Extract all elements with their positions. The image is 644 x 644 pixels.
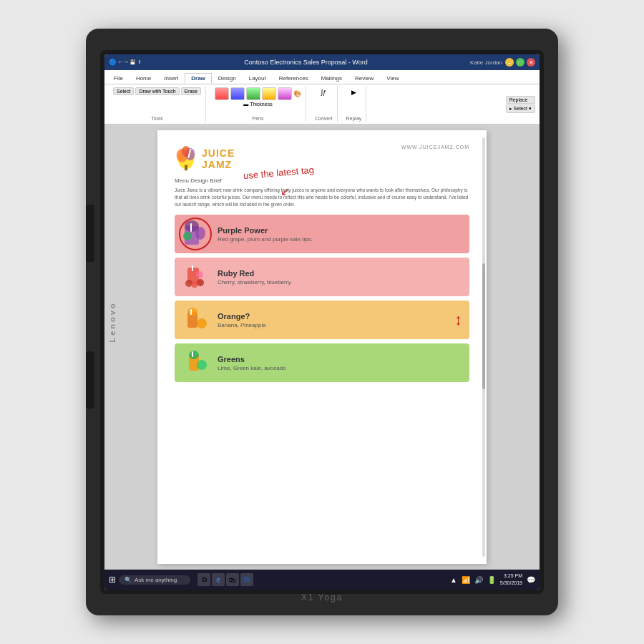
taskbar-app-store[interactable]: 🛍 — [226, 573, 239, 586]
purple-title: Purple Power — [218, 226, 462, 235]
replay-icon: ▶ — [350, 87, 358, 97]
purple-icon — [182, 220, 209, 248]
svg-point-22 — [189, 351, 199, 359]
greens-icon — [182, 349, 209, 376]
taskbar-network-icon[interactable]: 📶 — [462, 576, 470, 584]
tab-references[interactable]: References — [273, 73, 315, 84]
greens-desc: Lime, Green kale, avocado — [218, 365, 462, 371]
minimize-btn[interactable]: – — [505, 58, 514, 67]
svg-rect-9 — [190, 223, 192, 232]
orange-text: Orange? Banana, Pineapple — [218, 312, 446, 328]
svg-rect-20 — [190, 309, 192, 315]
tab-layout[interactable]: Layout — [243, 73, 273, 84]
taskbar-app-view[interactable]: ⧉ — [197, 573, 210, 586]
taskbar-up-icon[interactable]: ▲ — [450, 576, 457, 584]
hinge-top — [86, 205, 94, 262]
close-btn[interactable]: ✕ — [527, 58, 535, 67]
ribbon-group-replay: ▶ Replay — [342, 86, 367, 122]
ribbon-group-tools: Select Draw with Touch Erase Tools — [109, 86, 206, 122]
annotation-arrow: ↙ — [280, 185, 290, 198]
convert-icon: ∫ƒ — [320, 87, 328, 97]
clock-time: 3:25 PM — [500, 572, 522, 580]
svg-point-14 — [197, 279, 204, 286]
tab-review[interactable]: Review — [348, 73, 380, 84]
replace-btn[interactable]: Replace — [506, 96, 535, 104]
logo-jamz: JAMZ — [202, 159, 235, 170]
website-url: WWW.JUICEJAMZ.COM — [401, 145, 469, 150]
taskbar-apps: ⧉ e 🛍 W — [197, 573, 253, 586]
logo-text-block: JUICE JAMZ — [202, 147, 235, 170]
tab-design[interactable]: Design — [212, 73, 243, 84]
menu-item-purple: Purple Power Red grape, plum and purple … — [175, 215, 469, 253]
tab-mailings[interactable]: Mailings — [315, 73, 348, 84]
taskbar-battery-icon[interactable]: 🔋 — [487, 576, 496, 584]
draw-btn[interactable]: Draw with Touch — [135, 87, 179, 95]
search-box[interactable]: 🔍 Ask me anything — [119, 575, 190, 585]
menu-item-orange: Orange? Banana, Pineapple ↕ — [175, 301, 469, 339]
svg-point-18 — [187, 308, 197, 316]
tab-view[interactable]: View — [380, 73, 405, 84]
pen-red[interactable] — [215, 87, 229, 100]
window-title: Contoso Electronics Sales Proposal - Wor… — [142, 59, 470, 66]
svg-point-8 — [183, 232, 192, 240]
pen-green[interactable] — [246, 87, 260, 100]
erase-btn[interactable]: Erase — [181, 87, 201, 95]
tab-home[interactable]: Home — [130, 73, 157, 84]
ruby-text: Ruby Red Cherry, strawberry, blueberry. — [218, 269, 462, 286]
color-picker[interactable]: 🎨 — [293, 90, 301, 97]
svg-rect-15 — [192, 265, 193, 271]
taskbar-app-word[interactable]: W — [240, 573, 253, 586]
menu-item-greens: Greens Lime, Green kale, avocado — [175, 343, 469, 382]
brand-label: Lenovo — [108, 301, 117, 342]
taskbar-notification-icon[interactable]: 💬 — [527, 576, 535, 584]
taskbar-system-icons: ▲ 📶 🔊 🔋 3:25 PM 5/30/2019 💬 — [450, 572, 535, 587]
taskbar-app-edge[interactable]: e — [212, 573, 225, 586]
svg-point-10 — [195, 227, 205, 240]
orange-icon — [182, 306, 209, 333]
document-area[interactable]: JUICE JAMZ WWW.JUICEJAMZ.COM use the lat… — [104, 125, 540, 570]
svg-rect-24 — [192, 351, 193, 357]
red-arrow-annotation: ↕ — [454, 311, 462, 329]
hinge-bottom — [86, 351, 94, 409]
tab-insert[interactable]: Insert — [157, 73, 185, 84]
clock-date: 5/30/2019 — [500, 580, 522, 587]
svg-rect-4 — [185, 165, 187, 171]
svg-point-23 — [197, 360, 207, 370]
greens-text: Greens Lime, Green kale, avocado — [218, 355, 462, 371]
scrollbar-thumb[interactable] — [482, 263, 485, 389]
ribbon-content: Select Draw with Touch Erase Tools — [104, 84, 540, 124]
ribbon-group-pens: 🎨 ▬ Thickness Pens — [210, 86, 306, 122]
taskbar-volume-icon[interactable]: 🔊 — [474, 576, 483, 584]
tab-draw[interactable]: Draw — [185, 73, 212, 84]
orange-title: Orange? — [218, 312, 446, 321]
title-bar: 🔵 ↩ ↪ 💾 ⬆ Contoso Electronics Sales Prop… — [104, 54, 540, 70]
ruby-title: Ruby Red — [218, 269, 462, 278]
pen-blue[interactable] — [230, 87, 245, 100]
purple-text: Purple Power Red grape, plum and purple … — [218, 226, 462, 243]
pen-purple[interactable] — [278, 87, 292, 100]
greens-title: Greens — [218, 355, 462, 364]
group-label-replay: Replay — [346, 116, 362, 121]
svg-point-16 — [196, 271, 203, 278]
orange-desc: Banana, Pineapple — [218, 322, 446, 328]
screen: 🔵 ↩ ↪ 💾 ⬆ Contoso Electronics Sales Prop… — [104, 54, 540, 590]
select-all-btn[interactable]: ▸ Select ▾ — [506, 104, 535, 113]
svg-point-12 — [185, 280, 192, 287]
search-placeholder: Ask me anything — [135, 577, 177, 583]
tab-file[interactable]: File — [107, 73, 130, 84]
start-button[interactable]: ⊞ — [109, 575, 116, 585]
doc-scrollbar[interactable] — [482, 137, 485, 557]
purple-desc: Red grape, plum and purple kale tips. — [218, 236, 462, 243]
ribbon-tab-bar: File Home Insert Draw Design Layout Refe… — [104, 70, 540, 84]
laptop: Lenovo X1 Yoga 🔵 ↩ ↪ 💾 ⬆ Contoso Electro… — [86, 29, 558, 615]
taskbar-time: 3:25 PM 5/30/2019 — [500, 572, 522, 587]
group-label-convert: Convert — [315, 116, 333, 121]
logo-icon — [175, 145, 197, 173]
pen-yellow[interactable] — [262, 87, 276, 100]
maximize-btn[interactable]: □ — [516, 58, 525, 67]
taskbar: ⊞ 🔍 Ask me anything ⧉ e 🛍 W ▲ 📶 🔊 🔋 — [104, 570, 540, 590]
svg-point-19 — [197, 318, 207, 328]
ribbon: File Home Insert Draw Design Layout Refe… — [104, 70, 540, 125]
select-btn[interactable]: Select — [113, 87, 134, 95]
logo-juice: JUICE — [202, 147, 235, 159]
